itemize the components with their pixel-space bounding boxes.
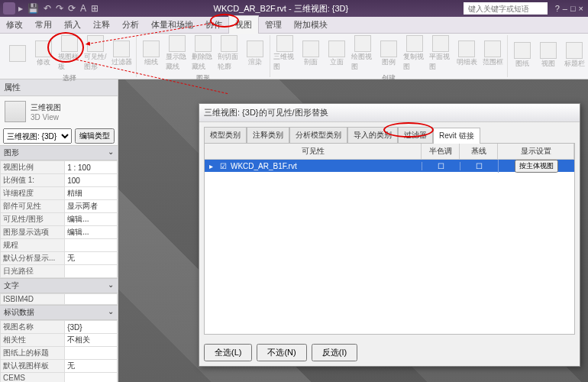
props-value[interactable]: 不相关 <box>65 334 118 347</box>
ribbon-icon <box>169 35 186 52</box>
ribbon-button[interactable]: 修改 <box>32 40 55 67</box>
properties-panel: 属性 三维视图 3D View 三维视图: {3D} 编辑类型 图形⌄视图比例1… <box>0 79 118 382</box>
row-checkbox[interactable]: ☑ <box>217 162 229 170</box>
minimize-icon[interactable]: – <box>563 4 567 13</box>
props-value[interactable] <box>65 239 118 252</box>
props-section-header[interactable]: 文字⌄ <box>0 278 118 293</box>
tab-常用[interactable]: 常用 <box>29 16 58 34</box>
ribbon-button[interactable]: 视图样板 <box>58 35 81 72</box>
ribbon-button[interactable]: 立面 <box>325 40 348 67</box>
props-value[interactable] <box>65 373 118 383</box>
dialog-tab[interactable]: Revit 链接 <box>433 128 480 144</box>
display-cell[interactable]: 按主体视图 <box>498 160 574 173</box>
ribbon-button[interactable]: 标题栏 <box>563 42 586 69</box>
qat-redo-icon[interactable]: ↷ <box>56 3 63 14</box>
props-value[interactable]: 精细 <box>65 187 118 200</box>
dialog-tab[interactable]: 模型类别 <box>204 127 247 143</box>
ribbon-button[interactable]: 剖面 <box>299 40 322 67</box>
dialog-tab[interactable]: 分析模型类别 <box>289 127 347 143</box>
props-section-header[interactable]: 图形⌄ <box>0 145 118 160</box>
props-value[interactable]: 编辑... <box>65 213 118 226</box>
qat-print-icon[interactable]: A <box>80 3 86 14</box>
view-selector[interactable]: 三维视图: {3D} <box>3 128 72 144</box>
tab-附加模块[interactable]: 附加模块 <box>288 16 334 34</box>
ribbon-button[interactable]: 图例 <box>377 40 400 67</box>
title-bar: ▸ 💾 ↶ ↷ ⟳ A ⊞ WKCD_AR_B2F.rvt - 三维视图: {3… <box>0 0 588 17</box>
dialog-tab[interactable]: 导入的类别 <box>347 127 398 143</box>
props-value[interactable]: 显示两者 <box>65 200 118 213</box>
ribbon-button[interactable] <box>6 45 29 62</box>
ribbon-button[interactable]: 细线 <box>140 40 163 67</box>
tab-插入[interactable]: 插入 <box>58 16 87 34</box>
ribbon-icon <box>406 35 423 52</box>
select-all-button[interactable]: 全选(L) <box>204 344 252 361</box>
underlay-cell[interactable]: ☐ <box>460 162 498 170</box>
select-none-button[interactable]: 不选(N) <box>257 344 306 361</box>
tab-视图[interactable]: 视图 <box>228 15 259 34</box>
ribbon-group: 三维视图剖面立面绘图视图图例复制视图平面视图明细表范围框创建 <box>270 35 508 77</box>
props-row: 比例值 1:100 <box>1 174 118 187</box>
tab-修改[interactable]: 修改 <box>0 16 29 34</box>
close-icon[interactable]: × <box>579 4 583 13</box>
ribbon-button[interactable]: 剖切面轮廓 <box>218 35 241 72</box>
props-table: 视图名称{3D}相关性不相关图纸上的标题默认视图样板无CEMS <box>0 320 118 382</box>
view-cube-icon <box>5 101 26 122</box>
qat-open-icon[interactable]: ▸ <box>18 3 23 14</box>
tab-分析[interactable]: 分析 <box>116 16 145 34</box>
qat-sync-icon[interactable]: ⟳ <box>68 3 76 14</box>
props-row: 视图比例1 : 100 <box>1 161 118 174</box>
props-value[interactable]: 1 : 100 <box>65 161 118 174</box>
maximize-icon[interactable]: □ <box>570 4 576 13</box>
ribbon-label: 剖面 <box>304 57 318 67</box>
tab-体量和场地[interactable]: 体量和场地 <box>145 16 199 34</box>
dialog-tab[interactable]: 注释类别 <box>247 127 289 143</box>
props-key: 视图名称 <box>1 321 65 334</box>
display-button[interactable]: 按主体视图 <box>515 160 558 173</box>
app-icon[interactable] <box>3 2 15 15</box>
ribbon-button[interactable]: 过滤器 <box>110 40 133 67</box>
ribbon-button[interactable]: 明细表 <box>455 40 478 67</box>
props-value[interactable]: 100 <box>65 174 118 187</box>
help-icon[interactable]: ? <box>555 4 560 13</box>
link-row[interactable]: ▸☑WKCD_AR_B1F.rvt☐☐按主体视图 <box>205 160 574 172</box>
qat-save-icon[interactable]: 💾 <box>27 3 39 14</box>
ribbon-button[interactable]: 可见性/图形 <box>84 35 107 72</box>
props-table: ISBIM4D <box>0 293 118 305</box>
props-section-header[interactable]: 标识数据⌄ <box>0 305 118 320</box>
ribbon-button[interactable]: 图纸 <box>511 42 534 69</box>
dialog-tab[interactable]: 过滤器 <box>398 127 433 143</box>
ribbon-button[interactable]: 平面视图 <box>429 35 452 72</box>
ribbon-icon <box>302 40 319 57</box>
props-row: 图形显示选项编辑... <box>1 226 118 239</box>
ribbon-button[interactable]: 复制视图 <box>403 35 426 72</box>
qat-measure-icon[interactable]: ⊞ <box>91 3 99 14</box>
props-value[interactable]: {3D} <box>65 321 118 334</box>
tab-管理[interactable]: 管理 <box>259 16 288 34</box>
ribbon-label: 删除隐藏线 <box>192 52 215 72</box>
props-value[interactable] <box>65 294 118 305</box>
props-value[interactable]: 无 <box>65 252 118 265</box>
props-value[interactable]: 编辑... <box>65 226 118 239</box>
ribbon-button[interactable]: 渲染 <box>244 40 267 67</box>
edit-type-button[interactable]: 编辑类型 <box>75 128 115 144</box>
search-input[interactable] <box>464 2 548 15</box>
halftone-cell[interactable]: ☐ <box>422 162 460 170</box>
invert-button[interactable]: 反选(I) <box>312 344 357 361</box>
props-value[interactable] <box>65 347 118 360</box>
expand-icon[interactable]: ▸ <box>205 162 217 170</box>
ribbon-button[interactable]: 绘图视图 <box>351 35 374 72</box>
ribbon-button[interactable]: 显示隐藏线 <box>166 35 189 72</box>
qat-undo-icon[interactable]: ↶ <box>44 3 51 14</box>
quick-access-toolbar: ▸ 💾 ↶ ↷ ⟳ A ⊞ <box>18 3 99 14</box>
props-key: 图形显示选项 <box>1 226 65 239</box>
tab-协作[interactable]: 协作 <box>199 16 228 34</box>
props-value[interactable]: 无 <box>65 360 118 373</box>
ribbon-button[interactable]: 范围框 <box>481 40 504 67</box>
ribbon-button[interactable]: 三维视图 <box>273 35 296 72</box>
tab-注释[interactable]: 注释 <box>87 16 116 34</box>
ribbon-button[interactable]: 视图 <box>537 42 560 69</box>
props-value[interactable] <box>65 265 118 278</box>
ribbon-button[interactable]: 删除隐藏线 <box>192 35 215 72</box>
ribbon-label: 可见性/图形 <box>84 52 107 72</box>
props-key: 日光路径 <box>1 265 65 278</box>
